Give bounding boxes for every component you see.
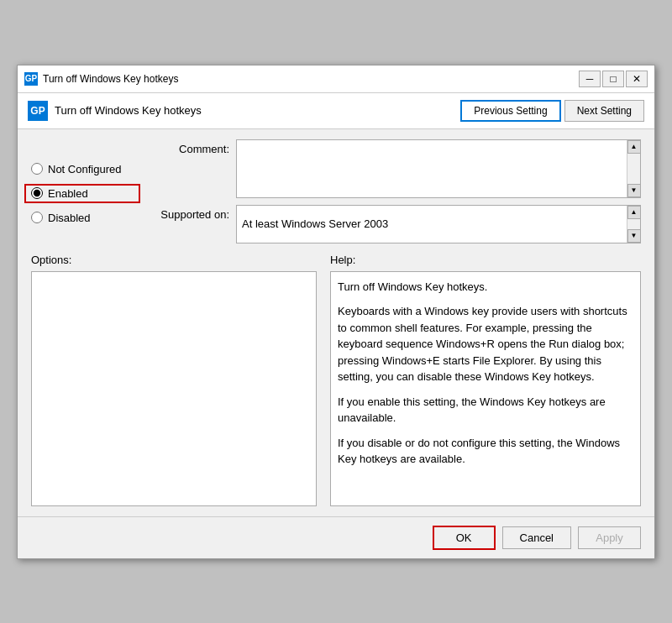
disabled-radio[interactable] [31, 212, 43, 223]
ok-button[interactable]: OK [433, 526, 496, 550]
previous-setting-button[interactable]: Previous Setting [460, 100, 560, 122]
comment-box[interactable]: ▲ ▼ [236, 139, 641, 198]
cancel-button[interactable]: Cancel [502, 526, 571, 549]
radio-group: Not Configured Enabled Disabled [31, 139, 140, 243]
help-box: Turn off Windows Key hotkeys. Keyboards … [330, 271, 641, 506]
help-panel: Help: Turn off Windows Key hotkeys. Keyb… [330, 254, 641, 506]
apply-button[interactable]: Apply [578, 526, 641, 549]
options-panel: Options: [31, 254, 317, 506]
main-window: GP Turn off Windows Key hotkeys ─ □ ✕ GP… [17, 65, 655, 559]
title-bar: GP Turn off Windows Key hotkeys ─ □ ✕ [18, 65, 654, 93]
header-bar: GP Turn off Windows Key hotkeys Previous… [18, 93, 654, 129]
not-configured-option[interactable]: Not Configured [31, 163, 140, 175]
comment-scroll-up[interactable]: ▲ [627, 140, 641, 154]
supported-scroll-up[interactable]: ▲ [627, 206, 641, 219]
options-label: Options: [31, 254, 317, 266]
enabled-option[interactable]: Enabled [24, 184, 140, 203]
content-area: Not Configured Enabled Disabled Comment: [18, 129, 654, 516]
supported-label: Supported on: [154, 205, 229, 221]
header-icon: GP [28, 101, 48, 121]
footer: OK Cancel Apply [18, 516, 654, 558]
comment-field-row: Comment: ▲ ▼ [154, 139, 641, 198]
help-label: Help: [330, 254, 641, 266]
supported-box: At least Windows Server 2003 ▲ ▼ [236, 205, 641, 243]
header-title-text: Turn off Windows Key hotkeys [55, 104, 202, 117]
not-configured-radio[interactable] [31, 163, 43, 175]
help-para-3: If you enable this setting, the Windows … [338, 394, 633, 427]
disabled-label: Disabled [48, 212, 91, 224]
disabled-option[interactable]: Disabled [31, 212, 140, 224]
help-para-1: Turn off Windows Key hotkeys. [338, 279, 633, 296]
right-section: Comment: ▲ ▼ Supported on: At least Wind… [154, 139, 641, 243]
help-para-2: Keyboards with a Windows key provide use… [338, 303, 633, 385]
nav-buttons: Previous Setting Next Setting [460, 100, 644, 122]
header-title-area: GP Turn off Windows Key hotkeys [28, 101, 202, 121]
supported-field-row: Supported on: At least Windows Server 20… [154, 205, 641, 243]
options-box [31, 271, 317, 506]
next-setting-button[interactable]: Next Setting [564, 100, 644, 122]
window-icon: GP [24, 72, 38, 86]
supported-scrollbar[interactable]: ▲ ▼ [627, 206, 640, 243]
minimize-button[interactable]: ─ [579, 71, 601, 87]
bottom-section: Options: Help: Turn off Windows Key hotk… [31, 254, 641, 506]
window-title: Turn off Windows Key hotkeys [43, 73, 574, 85]
comment-scrollbar[interactable]: ▲ ▼ [627, 140, 640, 197]
help-para-4: If you disable or do not configure this … [338, 435, 633, 468]
help-text-container: Turn off Windows Key hotkeys. Keyboards … [338, 279, 633, 468]
supported-scroll-down[interactable]: ▼ [627, 229, 641, 243]
enabled-label: Enabled [48, 187, 88, 200]
maximize-button[interactable]: □ [602, 71, 624, 87]
close-button[interactable]: ✕ [626, 71, 648, 87]
top-section: Not Configured Enabled Disabled Comment: [31, 139, 641, 243]
not-configured-label: Not Configured [48, 163, 121, 175]
comment-scroll-down[interactable]: ▼ [627, 184, 641, 197]
window-controls: ─ □ ✕ [579, 71, 648, 87]
supported-value: At least Windows Server 2003 [242, 217, 388, 230]
comment-label: Comment: [154, 139, 229, 155]
enabled-radio[interactable] [31, 187, 43, 199]
